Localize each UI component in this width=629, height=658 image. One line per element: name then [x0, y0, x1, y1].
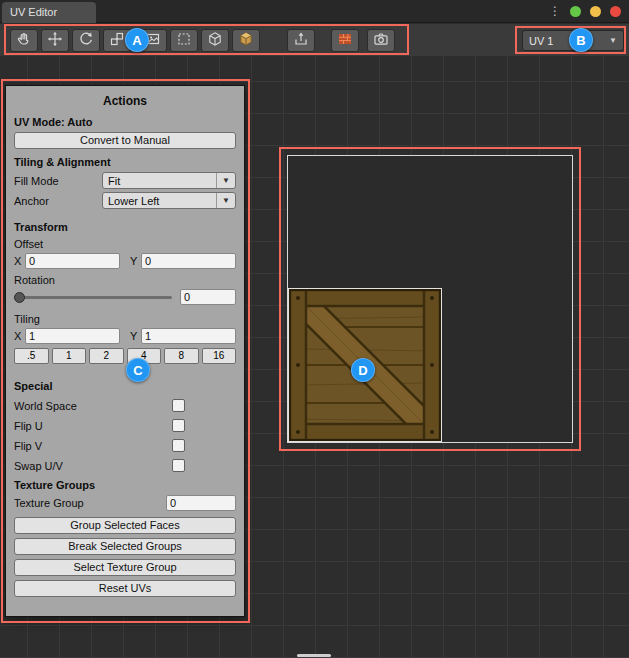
window-button-yellow[interactable]: [590, 6, 601, 17]
cube-wireframe-tool-button[interactable]: [201, 29, 229, 52]
screenshot-button[interactable]: [367, 29, 395, 52]
select-texture-group-button[interactable]: Select Texture Group: [14, 559, 236, 576]
tiling-x-field[interactable]: [25, 328, 120, 344]
world-space-label: World Space: [14, 400, 172, 412]
chevron-down-icon: ▼: [216, 173, 230, 188]
toolbar: [10, 29, 395, 52]
annotation-badge-b: B: [569, 28, 593, 52]
offset-x-field[interactable]: [25, 253, 120, 269]
kebab-menu-icon[interactable]: ⋮: [549, 5, 561, 17]
rotation-slider[interactable]: [14, 296, 172, 299]
fill-mode-value: Fit: [108, 175, 120, 187]
export-arrow-icon: [293, 31, 309, 51]
flip-u-checkbox[interactable]: [172, 419, 185, 432]
window-button-red[interactable]: [610, 6, 621, 17]
cube-wireframe-icon: [207, 31, 223, 51]
tiling-presets: .5 1 2 4 8 16: [14, 348, 236, 364]
anchor-label: Anchor: [14, 195, 102, 207]
anchor-value: Lower Left: [108, 195, 159, 207]
flip-u-label: Flip U: [14, 420, 172, 432]
cube-solid-icon: [238, 31, 254, 51]
anchor-dropdown[interactable]: Lower Left ▼: [102, 192, 236, 209]
uv-mode-label: UV Mode: Auto: [14, 116, 236, 128]
pan-hand-icon: [16, 31, 32, 51]
offset-x-label: X: [14, 255, 25, 267]
move-tool-button[interactable]: [41, 29, 69, 52]
tiling-label: Tiling: [14, 313, 236, 325]
rotate-icon: [78, 31, 94, 51]
scale-icon: [109, 31, 125, 51]
rotation-label: Rotation: [14, 274, 236, 286]
tiling-preset-button[interactable]: 16: [202, 348, 237, 364]
offset-y-field[interactable]: [141, 253, 236, 269]
annotation-badge-c: C: [126, 358, 150, 382]
break-selected-groups-button[interactable]: Break Selected Groups: [14, 538, 236, 555]
tiling-preset-button[interactable]: .5: [14, 348, 49, 364]
flip-v-checkbox[interactable]: [172, 439, 185, 452]
camera-icon: [373, 31, 389, 51]
special-header: Special: [14, 380, 236, 392]
panel-title: Actions: [14, 94, 236, 108]
marquee-select-tool-button[interactable]: [170, 29, 198, 52]
save-uv-image-button[interactable]: [287, 29, 315, 52]
uv-bounds-rect: [287, 155, 573, 443]
move-arrows-icon: [47, 31, 63, 51]
swap-uv-label: Swap U/V: [14, 460, 172, 472]
tiling-preset-button[interactable]: 1: [52, 348, 87, 364]
uv-editor-tab[interactable]: UV Editor: [2, 2, 96, 23]
pan-tool-button[interactable]: [10, 29, 38, 52]
flip-v-label: Flip V: [14, 440, 172, 452]
cube-solid-tool-button[interactable]: [232, 29, 260, 52]
group-selected-faces-button[interactable]: Group Selected Faces: [14, 517, 236, 534]
actions-panel: Actions UV Mode: Auto Convert to Manual …: [5, 85, 245, 617]
annotation-badge-a: A: [125, 28, 149, 52]
tiling-x-label: X: [14, 330, 25, 342]
window-controls: ⋮: [549, 5, 621, 17]
reset-uvs-button[interactable]: Reset UVs: [14, 580, 236, 597]
tiling-alignment-header: Tiling & Alignment: [14, 156, 236, 168]
tab-title: UV Editor: [10, 6, 57, 18]
marquee-select-icon: [176, 31, 192, 51]
texture-group-field[interactable]: [166, 495, 236, 511]
rotation-field[interactable]: [180, 289, 236, 305]
world-space-checkbox[interactable]: [172, 399, 185, 412]
fill-mode-dropdown[interactable]: Fit ▼: [102, 172, 236, 189]
convert-to-manual-button[interactable]: Convert to Manual: [14, 132, 236, 149]
texture-group-label: Texture Group: [14, 497, 166, 509]
tiling-preset-button[interactable]: 8: [164, 348, 199, 364]
annotation-badge-d: D: [351, 358, 375, 382]
window-button-green[interactable]: [570, 6, 581, 17]
bricks-texture-icon: [337, 31, 353, 51]
chevron-down-icon: ▼: [216, 193, 230, 208]
offset-label: Offset: [14, 238, 236, 250]
offset-y-label: Y: [130, 255, 141, 267]
titlebar: UV Editor ⋮: [0, 0, 629, 23]
swap-uv-checkbox[interactable]: [172, 459, 185, 472]
chevron-down-icon: ▼: [609, 36, 617, 45]
texture-groups-header: Texture Groups: [14, 479, 236, 491]
uv-channel-value: UV 1: [529, 35, 553, 47]
horizontal-scrollbar[interactable]: [297, 654, 331, 657]
texture-preview-toggle[interactable]: [331, 29, 359, 52]
tiling-preset-button[interactable]: 2: [89, 348, 124, 364]
tiling-y-field[interactable]: [141, 328, 236, 344]
rotation-slider-knob[interactable]: [14, 292, 25, 303]
fill-mode-label: Fill Mode: [14, 175, 102, 187]
rotate-tool-button[interactable]: [72, 29, 100, 52]
tiling-y-label: Y: [130, 330, 141, 342]
transform-header: Transform: [14, 221, 236, 233]
